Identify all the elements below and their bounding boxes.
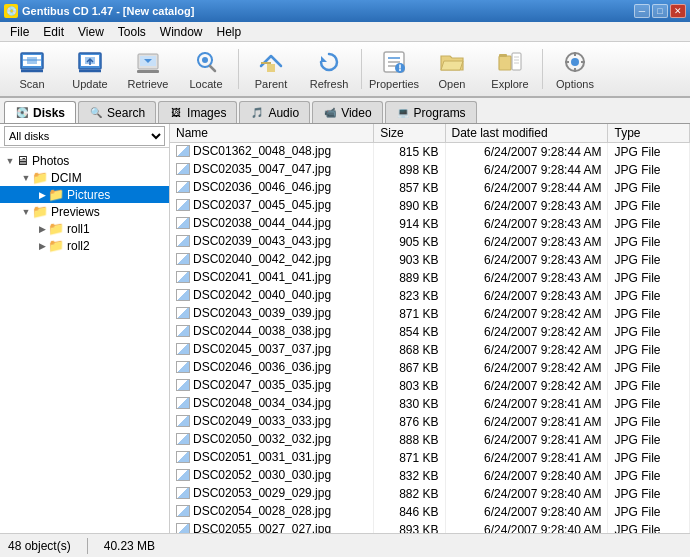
- table-row[interactable]: DSC02046_0036_036.jpg 867 KB 6/24/2007 9…: [170, 359, 690, 377]
- cell-date: 6/24/2007 9:28:40 AM: [445, 503, 608, 521]
- table-row[interactable]: DSC02055_0027_027.jpg 893 KB 6/24/2007 9…: [170, 521, 690, 533]
- tree-toggle-dcim[interactable]: ▼: [20, 173, 32, 183]
- table-row[interactable]: DSC02043_0039_039.jpg 871 KB 6/24/2007 9…: [170, 305, 690, 323]
- table-row[interactable]: DSC02036_0046_046.jpg 857 KB 6/24/2007 9…: [170, 179, 690, 197]
- tree-item-previews[interactable]: ▼📁Previews: [0, 203, 169, 220]
- menu-edit[interactable]: Edit: [37, 23, 70, 41]
- cell-type: JPG File: [608, 485, 690, 503]
- cell-date: 6/24/2007 9:28:41 AM: [445, 413, 608, 431]
- col-header-date[interactable]: Date last modified: [445, 124, 608, 143]
- cell-name: DSC02035_0047_047.jpg: [170, 161, 374, 179]
- tree-toggle-previews[interactable]: ▼: [20, 207, 32, 217]
- scan-button[interactable]: Scan: [4, 44, 60, 94]
- cell-name: DSC02043_0039_039.jpg: [170, 305, 374, 323]
- tab-video[interactable]: 📹 Video: [312, 101, 382, 123]
- left-panel: All disks ▼🖥Photos▼📁DCIM▶📁Pictures▼📁Prev…: [0, 124, 170, 533]
- cell-size: 832 KB: [374, 467, 445, 485]
- tab-images[interactable]: 🖼 Images: [158, 101, 237, 123]
- tab-search[interactable]: 🔍 Search: [78, 101, 156, 123]
- tree-toggle-roll2[interactable]: ▶: [36, 241, 48, 251]
- table-row[interactable]: DSC02052_0030_030.jpg 832 KB 6/24/2007 9…: [170, 467, 690, 485]
- cell-name: DSC02040_0042_042.jpg: [170, 251, 374, 269]
- tree-item-pictures[interactable]: ▶📁Pictures: [0, 186, 169, 203]
- explore-button[interactable]: Explore: [482, 44, 538, 94]
- tab-audio[interactable]: 🎵 Audio: [239, 101, 310, 123]
- cell-type: JPG File: [608, 161, 690, 179]
- file-type-icon: [176, 469, 190, 481]
- maximize-button[interactable]: □: [652, 4, 668, 18]
- parent-button[interactable]: Parent: [243, 44, 299, 94]
- minimize-button[interactable]: ─: [634, 4, 650, 18]
- tree-item-roll1[interactable]: ▶📁roll1: [0, 220, 169, 237]
- file-type-icon: [176, 451, 190, 463]
- cell-date: 6/24/2007 9:28:43 AM: [445, 215, 608, 233]
- table-row[interactable]: DSC02047_0035_035.jpg 803 KB 6/24/2007 9…: [170, 377, 690, 395]
- table-row[interactable]: DSC02048_0034_034.jpg 830 KB 6/24/2007 9…: [170, 395, 690, 413]
- tree-toggle-photos[interactable]: ▼: [4, 156, 16, 166]
- disk-select[interactable]: All disks: [4, 126, 165, 146]
- table-row[interactable]: DSC02054_0028_028.jpg 846 KB 6/24/2007 9…: [170, 503, 690, 521]
- tab-programs[interactable]: 💻 Programs: [385, 101, 477, 123]
- cell-type: JPG File: [608, 395, 690, 413]
- window-title: Gentibus CD 1.47 - [New catalog]: [22, 5, 194, 17]
- update-button[interactable]: Update: [62, 44, 118, 94]
- table-row[interactable]: DSC02035_0047_047.jpg 898 KB 6/24/2007 9…: [170, 161, 690, 179]
- tree-item-photos[interactable]: ▼🖥Photos: [0, 152, 169, 169]
- audio-tab-icon: 🎵: [250, 106, 264, 120]
- options-button[interactable]: Options: [547, 44, 603, 94]
- table-row[interactable]: DSC02044_0038_038.jpg 854 KB 6/24/2007 9…: [170, 323, 690, 341]
- menu-view[interactable]: View: [72, 23, 110, 41]
- open-button[interactable]: Open: [424, 44, 480, 94]
- table-row[interactable]: DSC02037_0045_045.jpg 890 KB 6/24/2007 9…: [170, 197, 690, 215]
- cell-type: JPG File: [608, 233, 690, 251]
- table-row[interactable]: DSC02049_0033_033.jpg 876 KB 6/24/2007 9…: [170, 413, 690, 431]
- cell-type: JPG File: [608, 449, 690, 467]
- table-row[interactable]: DSC01362_0048_048.jpg 815 KB 6/24/2007 9…: [170, 143, 690, 161]
- cell-type: JPG File: [608, 503, 690, 521]
- explore-label: Explore: [491, 78, 528, 90]
- table-row[interactable]: DSC02041_0041_041.jpg 889 KB 6/24/2007 9…: [170, 269, 690, 287]
- toolbar-separator-3: [542, 49, 543, 89]
- close-button[interactable]: ✕: [670, 4, 686, 18]
- tree-toggle-pictures[interactable]: ▶: [36, 190, 48, 200]
- menu-help[interactable]: Help: [211, 23, 248, 41]
- tab-disks-label: Disks: [33, 106, 65, 120]
- table-row[interactable]: DSC02040_0042_042.jpg 903 KB 6/24/2007 9…: [170, 251, 690, 269]
- table-row[interactable]: DSC02042_0040_040.jpg 823 KB 6/24/2007 9…: [170, 287, 690, 305]
- table-row[interactable]: DSC02053_0029_029.jpg 882 KB 6/24/2007 9…: [170, 485, 690, 503]
- cell-size: 823 KB: [374, 287, 445, 305]
- col-header-type[interactable]: Type: [608, 124, 690, 143]
- table-row[interactable]: DSC02039_0043_043.jpg 905 KB 6/24/2007 9…: [170, 233, 690, 251]
- tree-label-photos: Photos: [32, 154, 69, 168]
- tree-label-dcim: DCIM: [51, 171, 82, 185]
- menu-window[interactable]: Window: [154, 23, 209, 41]
- col-header-name[interactable]: Name: [170, 124, 374, 143]
- svg-point-14: [202, 57, 208, 63]
- locate-button[interactable]: Locate: [178, 44, 234, 94]
- tree-toggle-roll1[interactable]: ▶: [36, 224, 48, 234]
- cell-date: 6/24/2007 9:28:43 AM: [445, 287, 608, 305]
- tree-item-dcim[interactable]: ▼📁DCIM: [0, 169, 169, 186]
- scan-label: Scan: [19, 78, 44, 90]
- cell-name: DSC01362_0048_048.jpg: [170, 143, 374, 161]
- title-bar: 💿 Gentibus CD 1.47 - [New catalog] ─ □ ✕: [0, 0, 690, 22]
- file-type-icon: [176, 433, 190, 445]
- menu-file[interactable]: File: [4, 23, 35, 41]
- retrieve-button[interactable]: Retrieve: [120, 44, 176, 94]
- cell-size: 882 KB: [374, 485, 445, 503]
- tab-programs-label: Programs: [414, 106, 466, 120]
- table-row[interactable]: DSC02045_0037_037.jpg 868 KB 6/24/2007 9…: [170, 341, 690, 359]
- tree-item-roll2[interactable]: ▶📁roll2: [0, 237, 169, 254]
- tab-disks[interactable]: 💽 Disks: [4, 101, 76, 123]
- cell-name: DSC02036_0046_046.jpg: [170, 179, 374, 197]
- table-row[interactable]: DSC02050_0032_032.jpg 888 KB 6/24/2007 9…: [170, 431, 690, 449]
- col-header-size[interactable]: Size: [374, 124, 445, 143]
- refresh-button[interactable]: Refresh: [301, 44, 357, 94]
- cell-size: 888 KB: [374, 431, 445, 449]
- svg-point-29: [399, 69, 401, 71]
- table-row[interactable]: DSC02051_0031_031.jpg 871 KB 6/24/2007 9…: [170, 449, 690, 467]
- table-scroll[interactable]: DSC01362_0048_048.jpg 815 KB 6/24/2007 9…: [170, 143, 690, 533]
- table-row[interactable]: DSC02038_0044_044.jpg 914 KB 6/24/2007 9…: [170, 215, 690, 233]
- menu-tools[interactable]: Tools: [112, 23, 152, 41]
- properties-button[interactable]: Properties: [366, 44, 422, 94]
